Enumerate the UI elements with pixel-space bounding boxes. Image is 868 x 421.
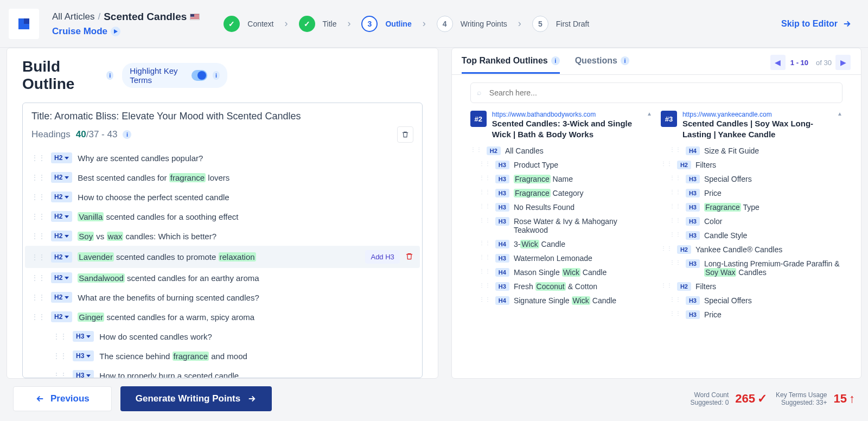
info-icon[interactable]: i xyxy=(621,56,629,65)
outline-row[interactable]: ⋮⋮H2 How to choose the perfect scented c… xyxy=(25,187,420,207)
competitor-heading[interactable]: ⋮⋮H3Fragrance Name xyxy=(470,172,652,186)
collapse-icon[interactable]: ▲ xyxy=(837,111,843,139)
competitor-heading[interactable]: ⋮⋮H3Price xyxy=(661,308,843,322)
drag-handle-icon[interactable]: ⋮⋮ xyxy=(31,232,46,240)
clear-outline-button[interactable] xyxy=(397,126,413,143)
drag-handle-icon[interactable]: ⋮⋮ xyxy=(661,161,673,167)
heading-text[interactable]: Vanilla scented candles for a soothing e… xyxy=(78,212,238,221)
drag-handle-icon[interactable]: ⋮⋮ xyxy=(31,274,46,282)
competitor-heading[interactable]: ⋮⋮H3Price xyxy=(661,186,843,200)
heading-text[interactable]: The science behind fragrance and mood xyxy=(99,352,247,361)
drag-handle-icon[interactable]: ⋮⋮ xyxy=(479,268,491,274)
drag-handle-icon[interactable]: ⋮⋮ xyxy=(479,189,491,195)
drag-handle-icon[interactable]: ⋮⋮ xyxy=(669,231,681,237)
info-icon[interactable]: i xyxy=(123,130,131,139)
competitor-heading[interactable]: ⋮⋮H3Special Offers xyxy=(661,172,843,186)
competitor-heading[interactable]: ⋮⋮H3Color xyxy=(661,214,843,228)
drag-handle-icon[interactable]: ⋮⋮ xyxy=(669,217,681,223)
outline-row[interactable]: ⋮⋮H2 What are the benefits of burning sc… xyxy=(25,288,420,307)
heading-level-selector[interactable]: H3 xyxy=(73,331,94,342)
page-prev-button[interactable]: ◀ xyxy=(770,55,786,70)
heading-text[interactable]: Ginger scented candles for a warm, spicy… xyxy=(78,312,254,322)
drag-handle-icon[interactable]: ⋮⋮ xyxy=(479,254,491,260)
drag-handle-icon[interactable]: ⋮⋮ xyxy=(31,154,46,162)
competitor-heading[interactable]: ⋮⋮H3No Results Found xyxy=(470,200,652,214)
heading-level-selector[interactable]: H2 xyxy=(51,311,72,322)
drag-handle-icon[interactable]: ⋮⋮ xyxy=(669,203,681,209)
add-h3-button[interactable]: Add H3 xyxy=(365,250,399,264)
competitor-title[interactable]: Scented Candles | Soy Wax Long-Lasting |… xyxy=(682,118,832,139)
info-icon[interactable]: i xyxy=(106,71,113,80)
outline-row[interactable]: ⋮⋮H2 Lavender scented candles to promote… xyxy=(25,246,420,268)
delete-icon[interactable] xyxy=(405,252,413,262)
drag-handle-icon[interactable]: ⋮⋮ xyxy=(661,245,673,251)
heading-text[interactable]: Why are scented candles popular? xyxy=(78,154,203,163)
drag-handle-icon[interactable]: ⋮⋮ xyxy=(31,213,46,220)
drag-handle-icon[interactable]: ⋮⋮ xyxy=(31,193,46,201)
competitor-heading[interactable]: ⋮⋮H43-Wick Candle xyxy=(470,237,652,251)
drag-handle-icon[interactable]: ⋮⋮ xyxy=(53,352,67,360)
competitor-heading[interactable]: ⋮⋮H3Watermelon Lemonade xyxy=(470,251,652,265)
competitor-url[interactable]: https://www.yankeecandle.com xyxy=(682,111,832,118)
app-logo[interactable] xyxy=(9,9,39,39)
outline-row[interactable]: ⋮⋮H2 Best scented candles for fragrance … xyxy=(25,168,420,187)
outline-row[interactable]: ⋮⋮H2 Why are scented candles popular? xyxy=(25,148,420,168)
collapse-icon[interactable]: ▲ xyxy=(647,111,652,139)
drag-handle-icon[interactable]: ⋮⋮ xyxy=(479,161,491,167)
toggle-switch[interactable] xyxy=(192,70,208,81)
heading-level-selector[interactable]: H2 xyxy=(51,272,72,283)
step-outline[interactable]: 3Outline xyxy=(354,16,419,32)
heading-level-selector[interactable]: H2 xyxy=(51,231,72,241)
drag-handle-icon[interactable]: ⋮⋮ xyxy=(669,310,681,316)
drag-handle-icon[interactable]: ⋮⋮ xyxy=(31,313,46,321)
competitor-heading[interactable]: ⋮⋮H3Fragrance Type xyxy=(661,200,843,214)
outline-row[interactable]: ⋮⋮H2 Soy vs wax candles: Which is better… xyxy=(25,226,420,246)
drag-handle-icon[interactable]: ⋮⋮ xyxy=(479,282,491,288)
competitor-heading[interactable]: ⋮⋮H3Product Type xyxy=(470,158,652,172)
drag-handle-icon[interactable]: ⋮⋮ xyxy=(479,217,491,223)
outline-row[interactable]: ⋮⋮H2 Vanilla scented candles for a sooth… xyxy=(25,207,420,226)
skip-to-editor-button[interactable]: Skip to Editor xyxy=(781,19,852,29)
heading-text[interactable]: What are the benefits of burning scented… xyxy=(78,293,259,302)
competitor-heading[interactable]: ⋮⋮H3Special Offers xyxy=(661,294,843,308)
heading-text[interactable]: Best scented candles for fragrance lover… xyxy=(78,173,229,182)
heading-level-selector[interactable]: H3 xyxy=(73,370,94,378)
drag-handle-icon[interactable]: ⋮⋮ xyxy=(479,203,491,209)
drag-handle-icon[interactable]: ⋮⋮ xyxy=(31,253,46,261)
competitor-heading[interactable]: ⋮⋮H2Filters xyxy=(661,279,843,294)
previous-button[interactable]: Previous xyxy=(13,386,112,411)
drag-handle-icon[interactable]: ⋮⋮ xyxy=(479,175,491,181)
generate-writing-points-button[interactable]: Generate Writing Points xyxy=(120,386,272,411)
step-first-draft[interactable]: 5First Draft xyxy=(525,16,597,32)
competitor-heading[interactable]: ⋮⋮H3Rose Water & Ivy & Mahogany Teakwood xyxy=(470,214,652,237)
drag-handle-icon[interactable]: ⋮⋮ xyxy=(479,296,491,302)
competitor-heading[interactable]: ⋮⋮H4Signature Single Wick Candle xyxy=(470,294,652,308)
competitor-heading[interactable]: ⋮⋮H2Filters xyxy=(661,158,843,172)
outline-row[interactable]: ⋮⋮H3 The science behind fragrance and mo… xyxy=(25,346,420,366)
competitor-heading[interactable]: ⋮⋮H3Fresh Coconut & Cotton xyxy=(470,279,652,294)
step-context[interactable]: ✓Context xyxy=(216,16,281,32)
drag-handle-icon[interactable]: ⋮⋮ xyxy=(669,296,681,302)
highlight-key-terms-toggle[interactable]: Highlight Key Terms i xyxy=(122,63,227,88)
info-icon[interactable]: i xyxy=(551,56,560,65)
competitor-heading[interactable]: ⋮⋮H4Size & Fit Guide xyxy=(661,144,843,158)
info-icon[interactable]: i xyxy=(213,71,219,80)
competitor-heading[interactable]: ⋮⋮H3Long-Lasting Premium-Grade Paraffin … xyxy=(661,257,843,279)
drag-handle-icon[interactable]: ⋮⋮ xyxy=(669,259,681,265)
heading-level-selector[interactable]: H2 xyxy=(51,152,72,163)
drag-handle-icon[interactable]: ⋮⋮ xyxy=(470,146,482,152)
search-input[interactable] xyxy=(470,82,843,103)
heading-text[interactable]: How do scented candles work? xyxy=(99,332,212,341)
heading-level-selector[interactable]: H2 xyxy=(51,252,72,263)
heading-level-selector[interactable]: H2 xyxy=(51,211,72,222)
step-writing-points[interactable]: 4Writing Points xyxy=(429,16,515,32)
cruise-mode-button[interactable]: Cruise Mode xyxy=(52,26,200,37)
drag-handle-icon[interactable]: ⋮⋮ xyxy=(479,240,491,246)
heading-text[interactable]: Sandalwood scented candles for an earthy… xyxy=(78,273,259,283)
step-title[interactable]: ✓Title xyxy=(291,16,344,32)
drag-handle-icon[interactable]: ⋮⋮ xyxy=(53,333,67,340)
heading-level-selector[interactable]: H2 xyxy=(51,292,72,303)
competitor-heading[interactable]: ⋮⋮H2Yankee Candle® Candles xyxy=(661,243,843,257)
heading-level-selector[interactable]: H3 xyxy=(73,350,94,361)
page-next-button[interactable]: ▶ xyxy=(835,55,851,70)
